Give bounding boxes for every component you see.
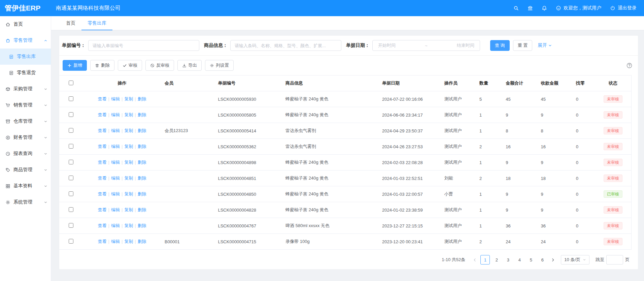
sidebar-item-report[interactable]: 报表查询 <box>0 146 51 162</box>
prev-page-button[interactable] <box>470 255 479 264</box>
action-view-link[interactable]: 查看 <box>98 96 107 101</box>
action-edit-link[interactable]: 编辑 <box>111 128 120 133</box>
bank-icon[interactable] <box>528 5 533 11</box>
action-view-link[interactable]: 查看 <box>98 128 107 133</box>
sidebar-item-finance[interactable]: 财务管理 <box>0 129 51 146</box>
action-delete-link[interactable]: 删除 <box>138 207 146 212</box>
action-delete-link[interactable]: 删除 <box>138 191 146 196</box>
add-button[interactable]: 新增 <box>63 60 87 71</box>
page-button-4[interactable]: 4 <box>515 255 524 264</box>
table-row: 查看|编辑|复制|删除LSCK00000004850蜂蜜柚子茶 240g 黄色2… <box>59 186 632 202</box>
cell-date: 2023-12-20 00:23:41 <box>379 234 441 250</box>
jump-page-input[interactable] <box>606 255 623 264</box>
sidebar-item-home[interactable]: 首页 <box>0 16 51 32</box>
expand-link[interactable]: 展开 <box>538 42 552 49</box>
action-view-link[interactable]: 查看 <box>98 144 107 149</box>
help-icon[interactable] <box>626 62 633 69</box>
sidebar-item-warehouse[interactable]: 仓库管理 <box>0 113 51 129</box>
action-edit-link[interactable]: 编辑 <box>111 176 120 181</box>
action-edit-link[interactable]: 编辑 <box>111 223 120 228</box>
action-edit-link[interactable]: 编辑 <box>111 191 120 196</box>
action-view-link[interactable]: 查看 <box>98 191 107 196</box>
sidebar-item-retail-out[interactable]: 零售出库 <box>0 49 51 65</box>
delete-button[interactable]: 删除 <box>90 60 114 71</box>
action-edit-link[interactable]: 编辑 <box>111 160 120 165</box>
action-edit-link[interactable]: 编辑 <box>111 112 120 117</box>
row-checkbox[interactable] <box>69 191 73 196</box>
action-copy-link[interactable]: 复制 <box>124 96 133 101</box>
export-button[interactable]: 导出 <box>177 60 202 71</box>
sidebar-item-retail-return[interactable]: 零售退货 <box>0 65 51 81</box>
user-menu[interactable]: 欢迎您，测试用户 <box>556 5 601 11</box>
page-button-1[interactable]: 1 <box>480 255 490 264</box>
row-checkbox[interactable] <box>69 96 73 101</box>
action-delete-link[interactable]: 删除 <box>138 112 146 117</box>
action-copy-link[interactable]: 复制 <box>124 128 133 133</box>
action-view-link[interactable]: 查看 <box>98 207 107 212</box>
end-date-input[interactable]: 结束时间 <box>457 42 474 49</box>
search-button[interactable]: 查 询 <box>490 40 510 51</box>
page-button-3[interactable]: 3 <box>503 255 513 264</box>
start-date-input[interactable]: 开始时间 <box>378 42 396 49</box>
row-checkbox[interactable] <box>69 239 73 244</box>
next-page-button[interactable] <box>548 255 557 264</box>
app-logo: 管伊佳ERP <box>5 3 50 13</box>
reset-button[interactable]: 重 置 <box>513 40 533 51</box>
action-delete-link[interactable]: 删除 <box>138 160 146 165</box>
action-view-link[interactable]: 查看 <box>98 112 107 117</box>
row-checkbox[interactable] <box>69 144 73 149</box>
column-settings-button[interactable]: 列设置 <box>205 60 234 71</box>
action-copy-link[interactable]: 复制 <box>124 144 133 149</box>
row-checkbox[interactable] <box>69 207 73 212</box>
action-delete-link[interactable]: 删除 <box>138 144 146 149</box>
action-edit-link[interactable]: 编辑 <box>111 96 120 101</box>
sidebar-item-purchase[interactable]: 采购管理 <box>0 81 51 97</box>
action-copy-link[interactable]: 复制 <box>124 223 133 228</box>
page-button-5[interactable]: 5 <box>526 255 536 264</box>
bill-no-input[interactable] <box>88 40 199 51</box>
action-view-link[interactable]: 查看 <box>98 239 107 244</box>
action-delete-link[interactable]: 删除 <box>138 176 146 181</box>
action-copy-link[interactable]: 复制 <box>124 191 133 196</box>
action-view-link[interactable]: 查看 <box>98 223 107 228</box>
bell-icon[interactable] <box>542 5 547 11</box>
action-delete-link[interactable]: 删除 <box>138 223 146 228</box>
date-range-picker[interactable]: 开始时间 ~ 结束时间 <box>372 40 480 51</box>
sidebar-item-sales[interactable]: 销售管理 <box>0 97 51 113</box>
action-delete-link[interactable]: 删除 <box>138 239 146 244</box>
action-delete-link[interactable]: 删除 <box>138 128 146 133</box>
tab-retail-out[interactable]: 零售出库 <box>81 16 112 30</box>
sidebar-item-retail[interactable]: 零售管理 <box>0 32 51 49</box>
cell-operator: 测试用户 <box>441 107 476 123</box>
row-checkbox[interactable] <box>69 176 73 180</box>
action-edit-link[interactable]: 编辑 <box>111 207 120 212</box>
sidebar-item-base[interactable]: 基本资料 <box>0 178 51 194</box>
sidebar-item-goods[interactable]: 商品管理 <box>0 162 51 178</box>
sidebar-item-system[interactable]: 系统管理 <box>0 194 51 210</box>
row-checkbox[interactable] <box>69 128 73 133</box>
audit-button[interactable]: 审核 <box>118 60 142 71</box>
product-info-input[interactable] <box>230 40 341 51</box>
action-view-link[interactable]: 查看 <box>98 160 107 165</box>
action-copy-link[interactable]: 复制 <box>124 207 133 212</box>
row-checkbox[interactable] <box>69 223 73 228</box>
action-edit-link[interactable]: 编辑 <box>111 144 120 149</box>
page-button-6[interactable]: 6 <box>538 255 547 264</box>
action-copy-link[interactable]: 复制 <box>124 160 133 165</box>
action-copy-link[interactable]: 复制 <box>124 112 133 117</box>
action-view-link[interactable]: 查看 <box>98 176 107 181</box>
action-separator: | <box>108 239 109 244</box>
logout-button[interactable]: 退出登录 <box>610 5 637 11</box>
page-button-2[interactable]: 2 <box>492 255 501 264</box>
action-delete-link[interactable]: 删除 <box>138 96 146 101</box>
tab-home[interactable]: 首页 <box>60 16 81 30</box>
action-edit-link[interactable]: 编辑 <box>111 239 120 244</box>
unaudit-button[interactable]: 反审核 <box>145 60 174 71</box>
row-checkbox[interactable] <box>69 160 73 164</box>
action-copy-link[interactable]: 复制 <box>124 176 133 181</box>
select-all-checkbox[interactable] <box>69 81 73 85</box>
row-checkbox[interactable] <box>69 112 73 117</box>
page-size-select[interactable]: 10 条/页 <box>561 255 589 264</box>
action-copy-link[interactable]: 复制 <box>124 239 133 244</box>
search-icon[interactable] <box>513 5 519 11</box>
